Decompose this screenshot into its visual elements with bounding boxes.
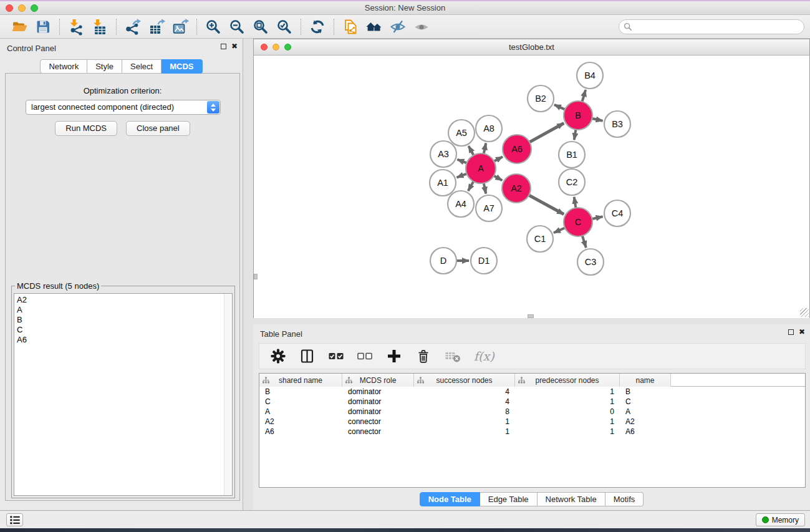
tab-select[interactable]: Select xyxy=(122,59,162,74)
delete-table-icon-disabled[interactable] xyxy=(445,348,461,364)
close-table-panel-icon[interactable]: ✖ xyxy=(799,329,805,335)
graph-node-A5[interactable]: A5 xyxy=(448,120,475,146)
result-item[interactable]: A2 xyxy=(14,294,232,305)
graph-edge-A2-C[interactable] xyxy=(528,195,564,214)
create-column-plus-icon[interactable] xyxy=(386,348,402,364)
table-row[interactable]: A2connector11A2 xyxy=(259,417,805,427)
graph-edge-B-B4[interactable] xyxy=(582,90,586,103)
graph-node-A6[interactable]: A6 xyxy=(503,135,531,163)
show-graphics-details-button[interactable] xyxy=(410,17,433,37)
zoom-fit-button[interactable] xyxy=(249,17,272,37)
tab-mcds[interactable]: MCDS xyxy=(162,59,202,74)
graph-node-C2[interactable]: C2 xyxy=(559,169,585,195)
column-header-predecessor-nodes[interactable]: predecessor nodes xyxy=(515,374,620,387)
column-header-successor-nodes[interactable]: successor nodes xyxy=(414,374,515,387)
tab-motifs[interactable]: Motifs xyxy=(605,492,644,506)
graph-node-B2[interactable]: B2 xyxy=(528,85,554,112)
table-cell-mcds-role[interactable]: dominator xyxy=(342,397,414,407)
table-cell-mcds-role[interactable]: dominator xyxy=(342,407,414,417)
table-cell-shared-name[interactable]: A xyxy=(259,407,342,417)
window-resize-grip[interactable] xyxy=(800,308,809,317)
graph-edge-C-C1[interactable] xyxy=(554,227,566,233)
criterion-dropdown[interactable]: largest connected component (directed) xyxy=(26,100,221,115)
graph-node-A4[interactable]: A4 xyxy=(448,191,474,217)
zoom-out-button[interactable] xyxy=(225,17,249,37)
graph-node-B[interactable]: B xyxy=(564,101,592,130)
table-cell-name[interactable]: A xyxy=(620,407,671,417)
save-session-button[interactable] xyxy=(31,17,55,37)
column-header-mcds-role[interactable]: MCDS role xyxy=(342,374,414,387)
graph-node-D[interactable]: D xyxy=(430,248,456,274)
table-cell-shared-name[interactable]: A6 xyxy=(259,427,342,437)
import-network-button[interactable] xyxy=(64,17,88,37)
table-cell-shared-name[interactable]: C xyxy=(259,397,342,407)
graph-node-B3[interactable]: B3 xyxy=(604,111,630,137)
new-network-from-selection-button[interactable] xyxy=(339,17,362,37)
tab-node-table[interactable]: Node Table xyxy=(420,492,480,506)
column-header-name[interactable]: name xyxy=(620,374,671,387)
table-cell-successor-nodes[interactable]: 1 xyxy=(414,427,515,437)
graph-edge-B-B2[interactable] xyxy=(554,105,566,110)
graph-node-A1[interactable]: A1 xyxy=(430,170,456,196)
open-session-button[interactable] xyxy=(7,17,31,37)
table-cell-successor-nodes[interactable]: 1 xyxy=(414,417,515,427)
graph-node-C[interactable]: C xyxy=(564,208,592,236)
hide-graphics-details-button[interactable] xyxy=(386,17,410,37)
table-cell-mcds-role[interactable]: dominator xyxy=(342,387,414,397)
deselect-all-columns-icon[interactable] xyxy=(357,348,373,364)
graph-edge-C-C3[interactable] xyxy=(582,235,586,248)
canvas-bottom-grip[interactable] xyxy=(528,314,534,318)
table-cell-predecessor-nodes[interactable]: 0 xyxy=(515,407,620,417)
result-item[interactable]: B xyxy=(14,315,232,325)
table-row[interactable]: A6connector11A6 xyxy=(259,427,805,437)
result-item[interactable]: C xyxy=(14,325,232,335)
graph-node-B1[interactable]: B1 xyxy=(559,142,585,168)
table-cell-successor-nodes[interactable]: 4 xyxy=(414,397,515,407)
close-panel-icon[interactable]: ✖ xyxy=(231,43,238,49)
table-row[interactable]: Cdominator41C xyxy=(259,397,805,407)
table-cell-successor-nodes[interactable]: 8 xyxy=(414,407,515,417)
export-table-button[interactable] xyxy=(145,17,168,37)
table-cell-name[interactable]: C xyxy=(620,397,671,407)
table-row[interactable]: Bdominator41B xyxy=(259,387,805,397)
table-cell-name[interactable]: A2 xyxy=(620,417,671,427)
zoom-selected-button[interactable] xyxy=(272,17,296,37)
show-columns-icon[interactable] xyxy=(299,348,316,364)
result-list-scrollbar[interactable] xyxy=(224,294,232,495)
table-cell-name[interactable]: A6 xyxy=(620,427,671,437)
result-item[interactable]: A xyxy=(14,305,232,315)
table-options-gear-icon[interactable] xyxy=(270,348,286,364)
run-mcds-button[interactable]: Run MCDS xyxy=(55,121,117,136)
graph-node-B4[interactable]: B4 xyxy=(577,62,603,89)
table-cell-predecessor-nodes[interactable]: 1 xyxy=(515,397,620,407)
function-builder-fx-icon[interactable]: f(x) xyxy=(474,349,494,363)
show-tasks-button[interactable] xyxy=(6,513,23,526)
search-input[interactable] xyxy=(619,19,804,34)
table-cell-successor-nodes[interactable]: 4 xyxy=(414,387,515,397)
table-cell-name[interactable]: B xyxy=(620,387,671,397)
canvas-left-grip[interactable] xyxy=(254,274,258,279)
import-table-button[interactable] xyxy=(88,17,112,37)
network-canvas[interactable]: B4B2BB3A8A5A6A3B1AC2A1A2A4A7C4CC1C3DD1 xyxy=(254,56,809,318)
mcds-result-list[interactable]: A2ABCA6 xyxy=(14,293,233,496)
graph-node-A[interactable]: A xyxy=(466,153,496,183)
memory-button[interactable]: Memory xyxy=(756,513,805,526)
select-all-columns-icon[interactable] xyxy=(329,348,344,364)
table-row[interactable]: Adominator80A xyxy=(259,407,805,417)
first-neighbors-button[interactable] xyxy=(362,17,386,37)
float-panel-icon[interactable] xyxy=(221,44,226,49)
column-header-shared-name[interactable]: shared name xyxy=(259,374,342,387)
float-table-panel-icon[interactable] xyxy=(788,329,794,335)
tab-style[interactable]: Style xyxy=(87,59,122,74)
graph-node-C1[interactable]: C1 xyxy=(527,226,553,252)
result-item[interactable]: A6 xyxy=(14,335,232,345)
table-cell-predecessor-nodes[interactable]: 1 xyxy=(515,417,620,427)
tab-network-table[interactable]: Network Table xyxy=(538,492,605,506)
graph-node-A7[interactable]: A7 xyxy=(476,195,502,221)
tab-edge-table[interactable]: Edge Table xyxy=(480,492,538,506)
graph-node-A3[interactable]: A3 xyxy=(430,141,456,167)
graph-node-C4[interactable]: C4 xyxy=(604,200,630,226)
close-panel-button[interactable]: Close panel xyxy=(126,121,190,136)
graph-node-D1[interactable]: D1 xyxy=(471,248,497,274)
export-image-button[interactable] xyxy=(168,17,192,37)
